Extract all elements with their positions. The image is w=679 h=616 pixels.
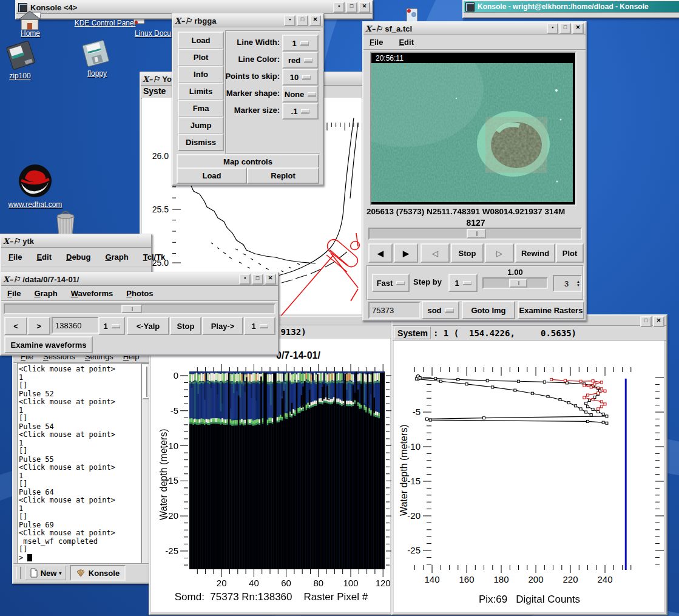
icon-label-floppy[interactable]: floppy: [84, 69, 110, 78]
plot-button[interactable]: Plot: [178, 49, 224, 66]
close-button[interactable]: ✕: [265, 274, 276, 285]
slider-handle[interactable]: [467, 229, 486, 239]
window-waveform[interactable]: □ ✕ System : 1 ( 154.4226, 0.5635) 14016…: [391, 314, 667, 615]
window-rbgga[interactable]: X–⚐ rbgga ▪ □ ✕ Load Plot Info Limits Fm…: [172, 13, 324, 186]
goto-entry[interactable]: 75373: [368, 302, 421, 319]
line-color-option[interactable]: red: [282, 52, 319, 69]
icon-label-zip100[interactable]: zip100: [5, 72, 35, 80]
new-session-button[interactable]: New ▾: [25, 566, 66, 580]
menu-photos[interactable]: Photos: [126, 286, 153, 300]
titlebar[interactable]: X–⚐ /data/0/7-14-01/ ▪ □ ✕: [1, 273, 278, 286]
map-replot-button[interactable]: Replot: [247, 168, 319, 184]
yalp-button[interactable]: <-Yalp: [127, 317, 169, 335]
minimize-button[interactable]: ▪: [284, 15, 296, 26]
spin-down-icon[interactable]: ▼: [576, 283, 580, 287]
close-button[interactable]: ✕: [653, 316, 664, 327]
minimize-button[interactable]: ▪: [239, 274, 251, 285]
menu-file[interactable]: File: [8, 250, 22, 264]
marker-size-option[interactable]: .1: [282, 103, 319, 120]
stop-button[interactable]: Stop: [170, 317, 201, 335]
limits-button[interactable]: Limits: [178, 83, 224, 100]
maximize-button[interactable]: □: [297, 15, 308, 26]
close-button[interactable]: ✕: [359, 2, 370, 13]
window-konsole-top-right[interactable]: Konsole - wright@elkhorn:/home/dload - K…: [462, 0, 679, 18]
examine-rasters-button[interactable]: Examine Rasters: [518, 301, 584, 319]
play-forward-button[interactable]: ▷: [485, 243, 514, 263]
menu-edit[interactable]: Edit: [399, 35, 414, 49]
menu-tcltk[interactable]: Tcl/Tk: [143, 250, 166, 264]
konsole-tab-button[interactable]: Konsole: [70, 565, 126, 581]
titlebar[interactable]: X–⚐ rbgga ▪ □ ✕: [173, 15, 323, 27]
step-option[interactable]: 1: [98, 317, 125, 335]
rewind-button[interactable]: Rewind: [515, 243, 555, 263]
menu-waveforms[interactable]: Waveforms: [71, 286, 113, 300]
dismiss-button[interactable]: Dismiss: [178, 134, 224, 151]
count-spinbox[interactable]: 3 ▲ ▼: [553, 275, 582, 292]
menu-edit[interactable]: Edit: [36, 250, 52, 264]
record-entry[interactable]: 138360: [52, 317, 99, 334]
prev-button[interactable]: <: [4, 317, 27, 335]
data-slider[interactable]: [4, 303, 275, 314]
step-by-option[interactable]: 1: [448, 274, 478, 292]
close-button[interactable]: ✕: [572, 23, 584, 34]
menu-debug[interactable]: Debug: [66, 250, 90, 264]
icon-label-home[interactable]: Home: [18, 29, 42, 38]
maximize-button[interactable]: □: [252, 274, 263, 285]
step-back-button[interactable]: ◀: [368, 243, 393, 263]
maximize-button[interactable]: □: [346, 2, 357, 13]
line-width-option[interactable]: 1: [282, 35, 319, 52]
menu-file[interactable]: File: [370, 35, 383, 49]
goto-mode-option[interactable]: sod: [422, 301, 459, 319]
menu-file[interactable]: File: [7, 286, 21, 300]
maximize-button[interactable]: □: [640, 316, 652, 327]
menu-graph[interactable]: Graph: [34, 286, 57, 300]
step-forward-button[interactable]: ▶: [394, 243, 418, 263]
marker-shape-option[interactable]: None: [282, 86, 319, 103]
titlebar[interactable]: X–⚐ sf_a.tcl ▪ □ ✕: [363, 22, 586, 35]
titlebar[interactable]: Konsole - wright@elkhorn:/home/dload - K…: [464, 1, 679, 13]
examine-waveforms-button[interactable]: Examine waveforms: [4, 336, 93, 353]
window-raster[interactable]: .9132) 0/7-14-01/ 204060801001200-5-10-1…: [149, 316, 394, 615]
plot-button[interactable]: Plot: [556, 243, 584, 263]
fma-button[interactable]: Fma: [178, 100, 224, 117]
minimize-button[interactable]: ▪: [547, 23, 558, 34]
jump-button[interactable]: Jump: [178, 117, 224, 134]
play-button[interactable]: Play->: [202, 317, 243, 335]
goto-img-button[interactable]: Goto Img: [462, 301, 515, 319]
konsole-icon: [465, 2, 475, 12]
maximize-button[interactable]: □: [559, 23, 571, 34]
terminal-prompt[interactable]: >: [19, 554, 141, 563]
speed-option[interactable]: 1: [244, 317, 275, 335]
terminal-output[interactable]: <Click mouse at point>1[]Pulse 52<Click …: [17, 363, 142, 564]
menu-graph[interactable]: Graph: [105, 250, 128, 264]
slider-handle[interactable]: [509, 279, 527, 288]
titlebar[interactable]: X–⚐ ytk: [1, 235, 151, 248]
window-data[interactable]: X–⚐ /data/0/7-14-01/ ▪ □ ✕ File Graph Wa…: [0, 272, 279, 356]
floppy-icon[interactable]: [80, 38, 112, 73]
raster-image[interactable]: [189, 371, 385, 569]
load-button[interactable]: Load: [178, 32, 224, 49]
zip100-icon[interactable]: [4, 38, 38, 74]
window-ytk[interactable]: X–⚐ ytk File Edit Debug Graph Tcl/Tk: [0, 234, 152, 274]
icon-label-kde-control-panel[interactable]: KDE Control Panel: [62, 19, 147, 27]
info-button[interactable]: Info: [178, 66, 224, 83]
next-button[interactable]: >: [27, 317, 50, 335]
slider-handle[interactable]: [121, 305, 142, 313]
data-menubar: File Graph Waveforms Photos: [1, 286, 278, 302]
icon-label-redhat[interactable]: www.redhat.com: [5, 200, 66, 209]
tabbar-grip[interactable]: [16, 567, 21, 579]
speed-mode-option[interactable]: Fast: [372, 274, 410, 292]
frame-slider[interactable]: [368, 228, 582, 240]
stop-button[interactable]: Stop: [451, 243, 484, 263]
map-load-button[interactable]: Load: [177, 168, 247, 184]
points-skip-option[interactable]: 10: [282, 69, 319, 86]
system-menu-button[interactable]: System: [394, 327, 431, 339]
play-backward-button[interactable]: ◁: [421, 243, 450, 263]
icon-label-linux-docs[interactable]: Linux Docu: [133, 29, 172, 38]
minimize-button[interactable]: ▪: [333, 2, 345, 13]
close-button[interactable]: ✕: [309, 15, 321, 26]
redhat-icon[interactable]: [13, 163, 57, 201]
window-sf-a[interactable]: X–⚐ sf_a.tcl ▪ □ ✕ File Edit: [362, 21, 587, 321]
titlebar[interactable]: Konsole <4> ▪ □ ✕: [16, 1, 372, 14]
rate-slider[interactable]: [482, 277, 548, 289]
